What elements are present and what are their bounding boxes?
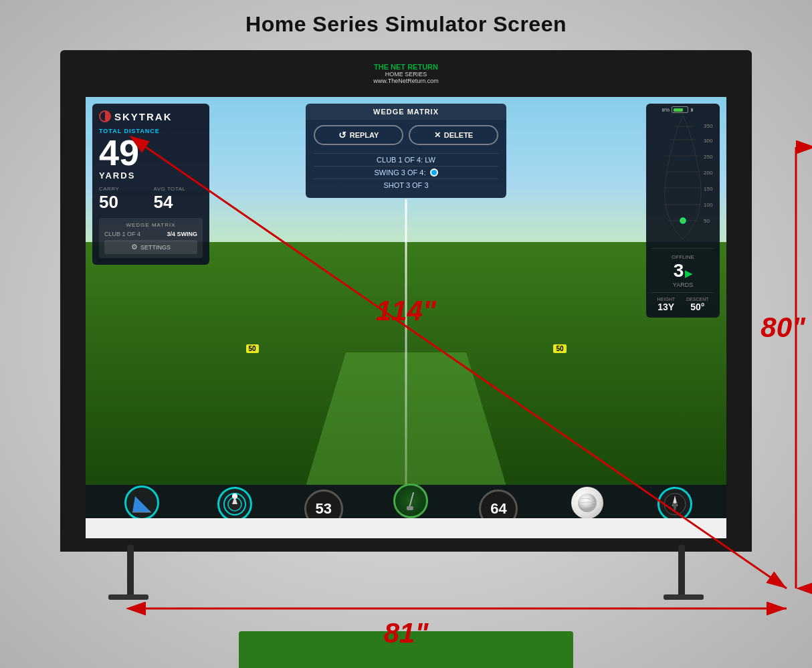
settings-button[interactable]: ⚙ SETTINGS (104, 240, 197, 254)
avg-total-label: AVG TOTAL (154, 186, 203, 192)
launch-angle-icon (130, 491, 154, 515)
battery-bar (672, 106, 688, 113)
swing-dot-indicator (430, 169, 438, 177)
offline-section: OFFLINE 3 ▶ YARDS (651, 248, 714, 288)
svg-line-20 (409, 493, 413, 508)
carry-stat: CARRY 50 (99, 186, 148, 213)
ball-trajectory (405, 199, 407, 486)
wedge-swing-value: 3/4 SWING (167, 231, 197, 237)
carry-value: 50 (99, 192, 148, 213)
modal-info: CLUB 1 OF 4: LW SWING 3 OF 4: SHOT 3 OF … (306, 150, 506, 198)
height-item: HEIGHT 13Y (657, 297, 675, 312)
offline-unit: YARDS (651, 282, 714, 288)
avg-total-stat: AVG TOTAL 54 (154, 186, 203, 213)
replay-icon: ↺ (338, 130, 346, 140)
descent-item: DESCENT 50° (686, 297, 708, 312)
wedge-matrix-panel: WEDGE MATRIX CLUB 1 OF 4 3/4 SWING ⚙ SET… (99, 218, 203, 258)
battery-indicator: 8% (662, 106, 693, 113)
gear-icon: ⚙ (131, 243, 138, 251)
offline-label: OFFLINE (651, 254, 714, 260)
close-icon: ✕ (434, 130, 441, 140)
battery-tip (691, 108, 693, 112)
wedge-club-label: CLUB 1 OF 4 (104, 231, 140, 237)
frame-foot-right (664, 594, 704, 600)
shot-info-text: SHOT 3 OF 3 (383, 181, 428, 189)
club-icon-circle (393, 483, 428, 518)
avg-total-value: 54 (154, 192, 203, 213)
modal-shot-row: SHOT 3 OF 3 (314, 179, 498, 191)
frame-bottom (60, 538, 752, 605)
svg-text:300: 300 (704, 138, 713, 144)
left-stats-panel: SKYTRAK TOTAL DISTANCE 49 YARDS CARRY 50… (92, 104, 209, 265)
modal-title: WEDGE MATRIX (306, 104, 506, 120)
frame-leg-left (127, 545, 134, 598)
svg-text:100: 100 (704, 202, 713, 208)
svg-rect-21 (407, 506, 413, 510)
settings-label: SETTINGS (140, 244, 171, 251)
club-info-text: CLUB 1 OF 4: LW (377, 156, 435, 164)
skytrak-logo: SKYTRAK (99, 110, 203, 122)
frame-right (726, 97, 752, 538)
yardage-marker-right: 50 (553, 344, 566, 353)
svg-point-14 (680, 218, 686, 223)
svg-text:150: 150 (704, 186, 713, 192)
frame-left (60, 97, 86, 538)
arc-distance-chart: 50 100 150 200 250 300 350 (653, 109, 713, 243)
right-stats-panel: 50 100 150 200 250 300 350 OFFLINE 3 ▶ (646, 104, 720, 318)
launch-angle-circle (124, 485, 159, 520)
skytrak-accent-icon (99, 110, 111, 122)
offline-direction-icon: ▶ (685, 268, 692, 279)
frame-foot-left (108, 594, 148, 600)
descent-value: 50° (686, 302, 708, 312)
arc-chart-svg: 50 100 150 200 250 300 350 (653, 109, 713, 243)
simulator-frame: THE NET RETURN HOME SERIES www.TheNetRet… (60, 50, 752, 605)
series-label: HOME SERIES (373, 71, 439, 78)
offline-value: 3 ▶ (651, 260, 714, 282)
svg-text:350: 350 (704, 123, 713, 129)
carry-label: CARRY (99, 186, 148, 192)
wedge-club-row: CLUB 1 OF 4 3/4 SWING (104, 231, 197, 237)
ball-svg (577, 492, 598, 514)
delete-button[interactable]: ✕ DELETE (409, 125, 498, 145)
total-distance-unit: YARDS (99, 171, 203, 181)
frame-bottom-bar (60, 538, 752, 552)
golf-club-icon (400, 490, 421, 512)
sideangle-circle (657, 487, 692, 522)
replay-label: REPLAY (350, 131, 379, 139)
delete-label: DELETE (444, 131, 473, 139)
ballspeed-value: 53 (315, 500, 331, 518)
svg-text:250: 250 (704, 154, 713, 160)
skytrak-brand-text: SKYTRAK (114, 111, 173, 122)
frame-leg-right (678, 545, 685, 598)
svg-marker-15 (132, 496, 151, 512)
svg-text:200: 200 (704, 170, 713, 176)
frame-top: THE NET RETURN HOME SERIES www.TheNetRet… (60, 50, 752, 97)
diagonal-dimension-label: 114" (376, 295, 436, 327)
modal-club-row: CLUB 1 OF 4: LW (314, 153, 498, 166)
backspin-icon (220, 489, 249, 519)
wedge-matrix-title: WEDGE MATRIX (104, 222, 197, 228)
total-distance-value: 49 (99, 134, 203, 171)
swing-info-text: SWING 3 OF 4: (374, 169, 425, 177)
brand-logo: THE NET RETURN (373, 63, 439, 71)
svg-text:50: 50 (704, 218, 710, 224)
descent-label: DESCENT (686, 297, 708, 302)
modal-swing-row: SWING 3 OF 4: (314, 166, 498, 179)
website-label: www.TheNetReturn.com (373, 78, 439, 84)
height-value: 13Y (657, 302, 675, 312)
page-title: Home Series Simulator Screen (0, 0, 812, 43)
compass-icon (662, 491, 688, 517)
battery-fill (674, 108, 683, 112)
offline-number: 3 (674, 260, 684, 282)
backspin-circle (217, 487, 252, 522)
screen-white-bottom (86, 518, 726, 538)
height-label: HEIGHT (657, 297, 675, 302)
modal-actions: ↺ REPLAY ✕ DELETE (306, 120, 506, 150)
ball-icon (571, 487, 603, 519)
width-dimension-label: 81" (384, 617, 429, 649)
battery-percentage: 8% (662, 107, 670, 113)
height-descent-row: HEIGHT 13Y DESCENT 50° (651, 292, 714, 312)
clubspeed-value: 64 (490, 500, 506, 518)
replay-button[interactable]: ↺ REPLAY (314, 125, 403, 145)
stats-row: CARRY 50 AVG TOTAL 54 (99, 186, 203, 213)
